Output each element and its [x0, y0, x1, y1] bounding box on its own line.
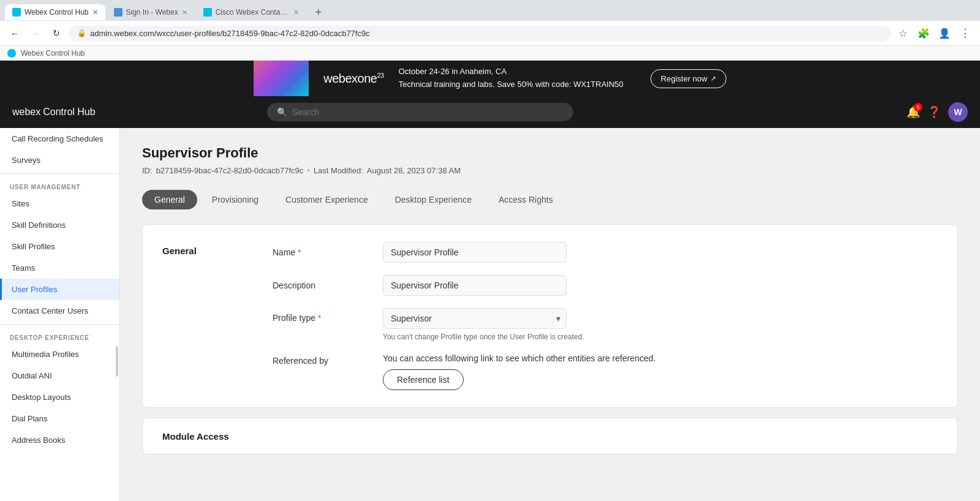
- extensions-button[interactable]: 🧩: [915, 24, 932, 42]
- app-header-title: Webex Control Hub: [21, 49, 85, 58]
- name-label: Name *: [273, 247, 371, 257]
- app-header-bar: Webex Control Hub: [0, 46, 980, 61]
- description-field-row: Description: [273, 275, 938, 296]
- webex-word-logo: webex: [12, 107, 40, 118]
- tab-provisioning[interactable]: Provisioning: [200, 190, 271, 209]
- notifications-button[interactable]: 🔔 5: [907, 105, 920, 119]
- profile-button[interactable]: 👤: [936, 24, 953, 42]
- profile-type-label: Profile type *: [273, 308, 371, 323]
- browser-tab-2[interactable]: Sign In - Webex ✕: [107, 4, 195, 20]
- referenced-by-field-row: Referenced by You can access following l…: [273, 353, 938, 390]
- module-access-card: Module Access: [142, 418, 958, 454]
- search-input[interactable]: [292, 107, 564, 117]
- nav-actions: 🔔 5 ❓ W: [907, 102, 968, 122]
- register-now-button[interactable]: Register now ↗: [650, 69, 726, 88]
- tab1-close[interactable]: ✕: [92, 9, 98, 17]
- bookmark-button[interactable]: ☆: [894, 24, 911, 42]
- banner-line2: Technical training and labs. Save 50% wi…: [399, 78, 624, 91]
- profile-type-select-wrapper: Supervisor ▾: [383, 308, 567, 329]
- tab-access-rights[interactable]: Access Rights: [486, 190, 565, 209]
- meta-separator: •: [307, 166, 310, 175]
- referenced-by-text: You can access following link to see whi…: [383, 353, 655, 363]
- main-content: Supervisor Profile ID: b2718459-9bac-47c…: [120, 128, 980, 501]
- tab-general[interactable]: General: [142, 190, 197, 209]
- tabs-bar: General Provisioning Customer Experience…: [142, 190, 958, 209]
- description-label: Description: [273, 281, 371, 290]
- sidebar-divider-2: [0, 324, 119, 325]
- sidebar-item-call-recording[interactable]: Call Recording Schedules: [0, 128, 119, 149]
- browser-tab-1[interactable]: Webex Control Hub ✕: [5, 4, 105, 20]
- register-now-label: Register now: [661, 74, 707, 83]
- sidebar-item-multimedia-profiles[interactable]: Multimedia Profiles: [0, 344, 119, 365]
- sidebar-item-sites[interactable]: Sites: [0, 193, 119, 214]
- help-icon: ❓: [927, 105, 941, 119]
- tab1-favicon: [12, 8, 21, 17]
- tab-customer-experience[interactable]: Customer Experience: [273, 190, 380, 209]
- user-avatar-button[interactable]: W: [948, 102, 968, 122]
- browser-tab-3[interactable]: Cisco Webex Contact Center... ✕: [196, 4, 306, 20]
- sidebar-item-desktop-layouts[interactable]: Desktop Layouts: [0, 386, 119, 408]
- browser-chrome: Webex Control Hub ✕ Sign In - Webex ✕ Ci…: [0, 0, 980, 46]
- banner-logo-text: webexone23: [323, 72, 383, 86]
- profile-type-field-row: Profile type * Supervisor ▾: [273, 308, 938, 341]
- id-label: ID:: [142, 166, 153, 175]
- referenced-by-label: Referenced by: [273, 353, 371, 366]
- profile-type-input-group: Supervisor ▾ You can't change Profile ty…: [383, 308, 584, 341]
- lock-icon: 🔒: [77, 29, 86, 37]
- form-content: General Name * Description: [162, 242, 938, 390]
- banner-message: October 24-26 in Anaheim, CA Technical t…: [399, 66, 624, 91]
- name-required-star: *: [298, 247, 301, 257]
- tab2-favicon: [114, 8, 123, 17]
- sidebar-item-contact-center-users[interactable]: Contact Center Users: [0, 300, 119, 322]
- sidebar-item-user-profiles[interactable]: User Profiles: [0, 279, 119, 300]
- page-content: Supervisor Profile ID: b2718459-9bac-47c…: [120, 128, 980, 472]
- tab2-title: Sign In - Webex: [126, 8, 178, 17]
- external-link-icon: ↗: [710, 75, 716, 83]
- notification-badge: 5: [914, 103, 922, 111]
- profile-type-required-star: *: [318, 313, 321, 323]
- app-nav: webex Control Hub 🔍 🔔 5 ❓ W: [0, 96, 980, 128]
- profile-type-select[interactable]: Supervisor: [383, 308, 567, 329]
- tab2-close[interactable]: ✕: [182, 9, 187, 17]
- address-bar[interactable]: 🔒 admin.webex.com/wxcc/user-profiles/b27…: [69, 26, 891, 41]
- sidebar-item-surveys[interactable]: Surveys: [0, 149, 119, 171]
- promotional-banner: webexone23 October 24-26 in Anaheim, CA …: [0, 61, 980, 96]
- general-form-card: General Name * Description: [142, 224, 958, 408]
- profile-type-hint: You can't change Profile type once the U…: [383, 333, 584, 341]
- browser-toolbar: ← → ↻ 🔒 admin.webex.com/wxcc/user-profil…: [0, 21, 980, 46]
- sidebar: Call Recording Schedules Surveys USER MA…: [0, 128, 120, 501]
- sidebar-scrollbar: [116, 128, 118, 501]
- sidebar-divider-1: [0, 173, 119, 174]
- reference-list-button[interactable]: Reference list: [383, 369, 464, 390]
- tab-desktop-experience[interactable]: Desktop Experience: [383, 190, 484, 209]
- browser-tabs: Webex Control Hub ✕ Sign In - Webex ✕ Ci…: [0, 0, 980, 21]
- sidebar-item-skill-definitions[interactable]: Skill Definitions: [0, 214, 119, 236]
- search-container: 🔍: [267, 103, 573, 121]
- name-input[interactable]: [383, 242, 567, 263]
- forward-button[interactable]: →: [27, 24, 44, 42]
- banner-line1: October 24-26 in Anaheim, CA: [399, 66, 624, 78]
- back-button[interactable]: ←: [6, 24, 23, 42]
- sidebar-item-dial-plans[interactable]: Dial Plans: [0, 408, 119, 429]
- sidebar-item-outdial-ani[interactable]: Outdial ANI: [0, 365, 119, 386]
- tab3-close[interactable]: ✕: [293, 9, 299, 17]
- description-input[interactable]: [383, 275, 567, 296]
- new-tab-btn[interactable]: +: [310, 4, 327, 21]
- form-section-title: General: [162, 242, 273, 256]
- sidebar-section-desktop-experience-label: DESKTOP EXPERIENCE: [0, 327, 119, 344]
- menu-button[interactable]: ⋮: [957, 24, 974, 42]
- last-modified-label: Last Modified:: [314, 166, 363, 175]
- sidebar-item-address-books[interactable]: Address Books: [0, 429, 119, 451]
- control-hub-label: Control Hub: [43, 107, 95, 118]
- url-text: admin.webex.com/wxcc/user-profiles/b2718…: [90, 29, 882, 38]
- last-modified-value: August 28, 2023 07:38 AM: [367, 166, 461, 175]
- app-logo: webex Control Hub: [12, 107, 96, 118]
- id-value: b2718459-9bac-47c2-82d0-0dcacb77fc9c: [156, 166, 304, 175]
- sidebar-item-teams[interactable]: Teams: [0, 257, 119, 279]
- tab1-title: Webex Control Hub: [24, 8, 89, 17]
- sidebar-item-skill-profiles[interactable]: Skill Profiles: [0, 236, 119, 257]
- app-layout: Call Recording Schedules Surveys USER MA…: [0, 128, 980, 501]
- tab3-title: Cisco Webex Contact Center...: [216, 8, 290, 17]
- help-button[interactable]: ❓: [927, 105, 941, 119]
- reload-button[interactable]: ↻: [48, 24, 65, 42]
